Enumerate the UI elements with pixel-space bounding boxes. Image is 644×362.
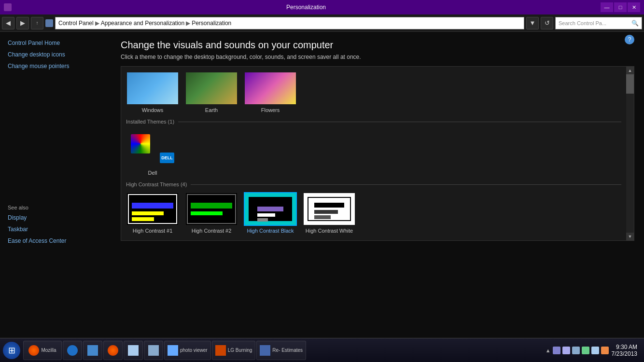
theme-label-hc2: High Contrast #2 <box>192 228 232 234</box>
theme-thumb-dell: DELL <box>126 129 179 168</box>
theme-item-hc2[interactable]: High Contrast #2 <box>185 192 238 234</box>
maximize-button[interactable]: □ <box>614 2 627 12</box>
theme-thumb-hc2 <box>185 192 238 226</box>
taskbar-app-paint[interactable] <box>124 341 143 360</box>
clock-area[interactable]: 9:30 AM 7/23/2013 <box>612 344 637 357</box>
theme-label-hc-black: High Contrast Black <box>247 228 294 234</box>
sidebar-item-change-mouse-pointers[interactable]: Change mouse pointers <box>8 63 103 70</box>
taskbar-app-lg[interactable]: LG Burning <box>212 341 256 360</box>
taskbar-app-1[interactable] <box>144 341 163 360</box>
search-icon: 🔍 <box>631 20 639 27</box>
hc1-bar2 <box>132 211 164 215</box>
system-tray: ▲ 9:30 AM 7/23/2013 <box>542 344 641 357</box>
taskbar-app-firefox[interactable] <box>103 341 123 360</box>
theme-thumb-earth <box>185 71 238 105</box>
sidebar-item-change-desktop-icons[interactable]: Change desktop icons <box>8 51 103 58</box>
taskbar-app-photo[interactable]: photo viewer <box>164 341 211 360</box>
refresh-button[interactable]: ↺ <box>541 17 553 29</box>
paint-icon <box>128 345 139 356</box>
lg-icon <box>215 345 226 356</box>
high-contrast-sep: High Contrast Themes (4) <box>126 181 621 187</box>
dell-thumb-bg: DELL <box>127 130 178 167</box>
windows-thumb-bg <box>127 72 178 104</box>
taskbar-app-mail[interactable] <box>83 341 102 360</box>
theme-thumb-flowers <box>244 71 297 105</box>
ie-icon <box>67 345 78 356</box>
back-button[interactable]: ◀ <box>2 17 14 29</box>
search-box[interactable]: Search Control Pa... 🔍 <box>555 17 642 29</box>
sidebar: Control Panel Home Change desktop icons … <box>0 32 111 338</box>
high-contrast-label: High Contrast Themes (4) <box>126 181 187 187</box>
sep1: ▶ <box>95 20 99 27</box>
hc1-bar3 <box>132 217 154 221</box>
theme-label-hc-white: High Contrast White <box>306 228 353 234</box>
page-subtitle: Click a theme to change the desktop back… <box>121 54 634 60</box>
tray-icon-power <box>601 347 609 354</box>
tray-icon-1 <box>553 347 560 354</box>
hcb-bar1 <box>257 207 283 211</box>
start-icon: ⊞ <box>8 345 15 356</box>
photo-icon <box>168 345 178 356</box>
flowers-thumb-bg <box>245 72 296 104</box>
hc2-border <box>187 194 236 224</box>
sidebar-item-control-panel-home[interactable]: Control Panel Home <box>8 40 103 46</box>
dell-logo: DELL <box>160 153 174 163</box>
see-also-label: See also <box>8 205 103 210</box>
mozilla-icon <box>28 345 39 356</box>
tray-icon-network <box>582 347 589 354</box>
theme-item-earth[interactable]: Earth <box>185 71 238 113</box>
address-path[interactable]: Control Panel ▶ Appearance and Personali… <box>55 17 524 29</box>
hcw-title <box>314 203 344 208</box>
hc2-bg <box>186 193 237 225</box>
up-button[interactable]: ↑ <box>31 17 43 29</box>
sidebar-item-ease-of-access[interactable]: Ease of Access Center <box>8 237 103 244</box>
dell-colors <box>131 134 150 153</box>
hcb-bar2 <box>257 213 275 217</box>
minimize-button[interactable]: — <box>601 2 613 12</box>
theme-label-earth: Earth <box>205 107 218 113</box>
main-layout: Control Panel Home Change desktop icons … <box>0 32 644 338</box>
mail-icon <box>87 345 98 356</box>
taskbar-app-re[interactable]: Re- Estimates <box>256 341 306 360</box>
theme-label-hc1: High Contrast #1 <box>133 228 173 234</box>
high-contrast-row: High Contrast #1 High Contrast #2 <box>126 192 621 234</box>
themes-scroll-area: ▲ ▼ Windows <box>121 66 634 241</box>
re-label: Re- Estimates <box>272 348 303 353</box>
theme-item-hc-white[interactable]: High Contrast White <box>303 192 356 234</box>
theme-item-flowers[interactable]: Flowers <box>244 71 297 113</box>
start-button[interactable]: ⊞ <box>3 342 20 359</box>
window-controls: — □ ✕ <box>601 2 640 12</box>
forward-button[interactable]: ▶ <box>16 17 29 29</box>
scroll-up[interactable]: ▲ <box>626 67 634 74</box>
content-area: ? Change the visuals and sounds on your … <box>111 32 644 338</box>
app-icon <box>4 3 12 11</box>
sidebar-item-display[interactable]: Display <box>8 214 103 221</box>
scroll-down[interactable]: ▼ <box>626 233 634 240</box>
address-bar: ◀ ▶ ↑ Control Panel ▶ Appearance and Per… <box>0 14 644 32</box>
mozilla-label: Mozilla <box>41 348 56 353</box>
sep2: ▶ <box>186 20 190 27</box>
dropdown-button[interactable]: ▼ <box>526 17 539 29</box>
theme-thumb-hc1 <box>126 192 179 226</box>
theme-label-dell: Dell <box>148 170 157 176</box>
installed-themes-row: DELL Dell <box>126 129 621 176</box>
theme-label-windows: Windows <box>142 107 164 113</box>
help-button[interactable]: ? <box>625 35 634 44</box>
window-title: Personalization <box>12 4 601 11</box>
hcb-bar3 <box>257 218 268 222</box>
close-button[interactable]: ✕ <box>628 2 640 12</box>
title-bar: Personalization — □ ✕ <box>0 0 644 14</box>
scroll-thumb[interactable] <box>626 74 634 94</box>
theme-item-windows[interactable]: Windows <box>126 71 179 113</box>
taskbar-app-mozilla[interactable]: Mozilla <box>23 341 62 360</box>
sidebar-item-taskbar[interactable]: Taskbar <box>8 226 103 233</box>
hc1-bg <box>127 193 178 225</box>
taskbar-app-ie[interactable] <box>63 341 82 360</box>
re-icon <box>260 345 270 356</box>
tray-arrow[interactable]: ▲ <box>546 348 551 353</box>
theme-item-hc-black[interactable]: High Contrast Black <box>244 192 297 234</box>
theme-item-hc1[interactable]: High Contrast #1 <box>126 192 179 234</box>
theme-item-dell[interactable]: DELL Dell <box>126 129 179 176</box>
tray-keyboard <box>572 347 580 354</box>
scrollbar[interactable]: ▲ ▼ <box>626 67 634 240</box>
